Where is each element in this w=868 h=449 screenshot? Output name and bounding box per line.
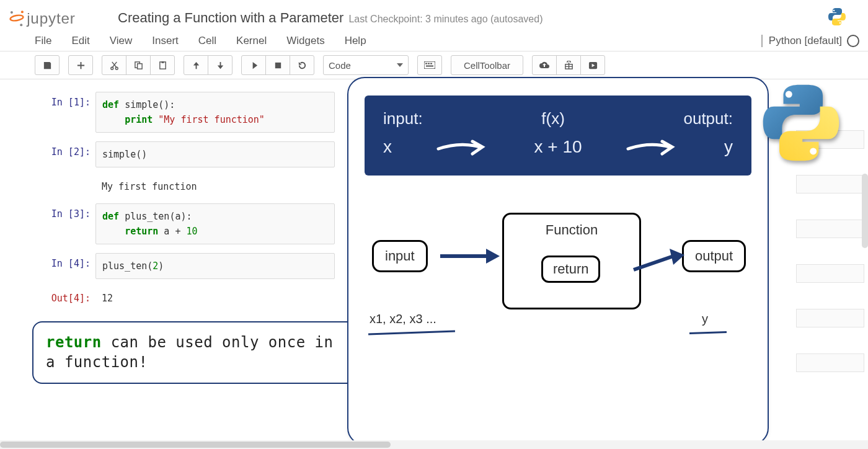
svg-point-8: [115, 67, 118, 69]
svg-rect-14: [424, 61, 435, 69]
ghost-cells: [796, 130, 864, 398]
cloud-upload-icon[interactable]: [532, 55, 557, 75]
svg-point-23: [786, 91, 792, 98]
paste-icon[interactable]: [150, 55, 175, 75]
python-kernel-icon: [827, 7, 859, 29]
y-symbol: y: [724, 137, 733, 157]
present-icon[interactable]: [556, 55, 581, 75]
notebook-title[interactable]: Creating a Function with a Parameter: [118, 10, 343, 26]
code-content[interactable]: plus_ten(2): [95, 253, 335, 279]
notebook-content: In [1]: def simple(): print "My first fu…: [0, 79, 868, 315]
kernel-status-icon: [847, 35, 859, 47]
kernel-name: Python [default]: [769, 35, 842, 47]
stdout-text: My first function: [95, 176, 335, 195]
svg-point-2: [21, 11, 24, 13]
python-logo-large: [758, 79, 844, 169]
arrow-icon: [625, 138, 681, 156]
menubar: File Edit View Insert Cell Kernel Widget…: [0, 32, 868, 51]
svg-rect-10: [137, 63, 142, 68]
callout-keyword: return: [46, 334, 102, 351]
menu-kernel[interactable]: Kernel: [236, 35, 267, 47]
cells-column: In [1]: def simple(): print "My first fu…: [37, 92, 335, 315]
in-prompt: In [3]:: [37, 203, 95, 220]
svg-point-0: [10, 14, 24, 22]
output-box: output: [682, 240, 746, 272]
move-up-icon[interactable]: [184, 55, 208, 75]
svg-rect-12: [161, 61, 164, 63]
arrow-icon: [439, 247, 501, 265]
menu-cell[interactable]: Cell: [198, 35, 216, 47]
scrollbar-thumb[interactable]: [0, 442, 391, 448]
add-cell-icon[interactable]: [68, 55, 93, 75]
svg-line-22: [634, 256, 673, 270]
stdout-output: My first function: [37, 176, 335, 195]
cut-icon[interactable]: [102, 55, 126, 75]
menu-help[interactable]: Help: [345, 35, 366, 47]
svg-point-5: [833, 10, 835, 12]
blank-prompt: [37, 176, 95, 181]
input-heading: input:: [383, 109, 423, 128]
code-cell[interactable]: In [3]: def plus_ten(a): return a + 10: [37, 203, 335, 244]
y-label: y: [702, 312, 708, 326]
slideshow-icon[interactable]: [580, 55, 605, 75]
scrollbar-vertical[interactable]: [862, 174, 868, 248]
code-content[interactable]: def plus_ten(a): return a + 10: [95, 203, 335, 244]
function-box-diagram: input Function return output x1, x2, x3 …: [366, 213, 750, 349]
svg-rect-18: [426, 66, 433, 67]
fx-heading: f(x): [541, 109, 565, 128]
scrollbar-horizontal[interactable]: [0, 440, 868, 449]
svg-rect-16: [428, 63, 430, 64]
middle-expr: x + 10: [534, 137, 582, 157]
svg-rect-17: [430, 63, 432, 64]
jupyter-logo[interactable]: jupyter: [9, 5, 109, 31]
chevron-down-icon: [397, 63, 403, 67]
run-icon[interactable]: [241, 55, 266, 75]
arrow-icon: [632, 249, 686, 278]
svg-point-1: [11, 11, 13, 14]
svg-rect-13: [275, 62, 280, 68]
input-box: input: [372, 240, 428, 272]
svg-point-3: [20, 24, 22, 26]
command-palette-icon[interactable]: [417, 55, 442, 75]
explanatory-overlay: input: f(x) output: x x + 10 y input Fun…: [347, 77, 769, 445]
copy-icon[interactable]: [126, 55, 151, 75]
notebook-header: jupyter Creating a Function with a Param…: [0, 0, 868, 32]
kernel-indicator[interactable]: Python [default]: [761, 35, 859, 47]
svg-point-6: [839, 22, 841, 24]
checkpoint-text: Last Checkpoint: 3 minutes ago (autosave…: [348, 14, 542, 25]
code-content[interactable]: def simple(): print "My first function": [95, 92, 335, 133]
move-down-icon[interactable]: [208, 55, 232, 75]
restart-icon[interactable]: [290, 55, 314, 75]
save-icon[interactable]: [35, 55, 60, 75]
callout-note: return can be used only once in a functi…: [32, 321, 357, 384]
code-cell[interactable]: In [1]: def simple(): print "My first fu…: [37, 92, 335, 133]
menu-edit[interactable]: Edit: [71, 35, 89, 47]
svg-rect-15: [425, 63, 427, 64]
celltype-select[interactable]: Code: [323, 55, 409, 75]
code-content[interactable]: simple(): [95, 141, 335, 167]
in-prompt: In [1]:: [37, 92, 95, 108]
celltoolbar-label: CellToolbar: [460, 60, 514, 71]
svg-point-7: [110, 67, 113, 69]
code-cell[interactable]: In [2]: simple(): [37, 141, 335, 167]
result-text: 12: [95, 288, 335, 306]
svg-text:jupyter: jupyter: [26, 10, 76, 27]
fx-diagram: input: f(x) output: x x + 10 y: [365, 96, 751, 176]
celltoolbar-button[interactable]: CellToolbar: [451, 55, 523, 75]
menu-insert[interactable]: Insert: [152, 35, 179, 47]
menu-view[interactable]: View: [110, 35, 133, 47]
x-symbol: x: [383, 137, 392, 157]
output-heading: output:: [683, 109, 733, 128]
result-output: Out[4]: 12: [37, 288, 335, 306]
in-prompt: In [2]:: [37, 141, 95, 158]
return-box: return: [541, 256, 600, 283]
stop-icon[interactable]: [265, 55, 290, 75]
menu-widgets[interactable]: Widgets: [286, 35, 324, 47]
menu-file[interactable]: File: [35, 35, 51, 47]
function-box: Function return: [502, 213, 641, 309]
toolbar: Code CellToolbar: [0, 51, 868, 79]
out-prompt: Out[4]:: [37, 288, 95, 304]
arrow-icon: [435, 138, 491, 156]
code-cell[interactable]: In [4]: plus_ten(2): [37, 253, 335, 279]
function-label: Function: [513, 221, 631, 238]
